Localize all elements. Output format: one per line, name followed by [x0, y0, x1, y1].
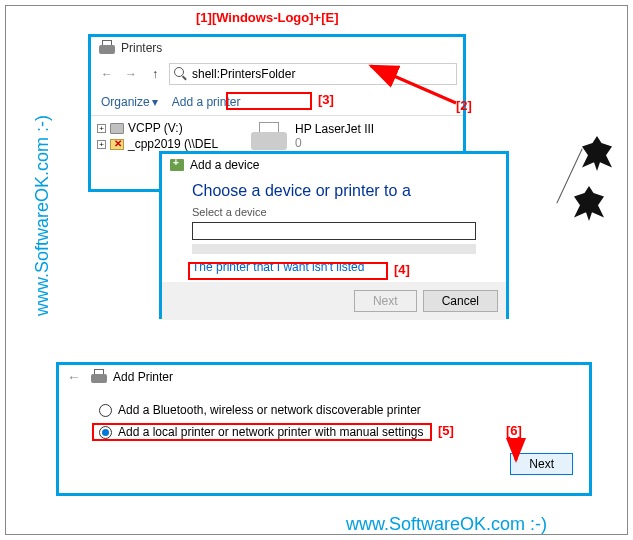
printer-icon	[91, 370, 107, 384]
radio-icon[interactable]	[99, 404, 112, 417]
nav-up-icon[interactable]: ↑	[145, 64, 165, 84]
printer-icon	[99, 41, 115, 55]
tree-expand-icon[interactable]: +	[97, 140, 106, 149]
nav-fwd-icon: →	[121, 64, 141, 84]
red-arrow-2	[361, 58, 471, 118]
radio-option-discoverable[interactable]: Add a Bluetooth, wireless or network dis…	[99, 399, 563, 421]
annotation-step-1: [1][Windows-Logo]+[E]	[196, 10, 339, 25]
dialog-sub: Select a device	[192, 206, 476, 218]
annotation-step-5: [5]	[438, 423, 454, 438]
tree-label: _cpp2019 (\\DEL	[128, 137, 218, 151]
watermark: www.SoftwareOK.com :-)	[346, 514, 547, 535]
window-titlebar: Add a device	[162, 154, 506, 176]
disk-icon	[110, 123, 124, 134]
watermark: www.SoftwareOK.com :-)	[32, 115, 53, 316]
tree-item[interactable]: + _cpp2019 (\\DEL	[97, 136, 235, 152]
annotation-step-4: [4]	[394, 262, 410, 277]
tree-label: VCPP (V:)	[128, 121, 183, 135]
annotation-step-2: [2]	[456, 98, 472, 113]
window-title: Printers	[121, 41, 162, 55]
window-title: Add Printer	[113, 370, 173, 384]
highlight-box-5	[92, 423, 432, 441]
nav-back-icon[interactable]: ←	[97, 64, 117, 84]
device-icon	[170, 159, 184, 171]
svg-line-1	[371, 66, 456, 103]
tree-expand-icon[interactable]: +	[97, 124, 106, 133]
organize-menu[interactable]: Organize ▾	[101, 95, 158, 109]
folder-error-icon	[110, 139, 124, 150]
tree-item[interactable]: + VCPP (V:)	[97, 120, 235, 136]
cancel-button[interactable]: Cancel	[423, 290, 498, 312]
nav-back-icon[interactable]: ←	[67, 369, 85, 385]
device-list-bar	[192, 244, 476, 254]
red-arrow-6	[506, 438, 530, 468]
dialog-heading: Choose a device or printer to a	[192, 182, 476, 200]
radio-label: Add a Bluetooth, wireless or network dis…	[118, 403, 421, 417]
printer-count: 0	[295, 136, 374, 150]
annotation-step-3: [3]	[318, 92, 334, 107]
annotation-step-6: [6]	[506, 423, 522, 438]
dialog-buttons: Next Cancel	[162, 282, 506, 320]
window-titlebar: ← Add Printer	[59, 365, 589, 389]
highlight-box-3	[226, 92, 312, 110]
search-icon	[174, 67, 188, 81]
printer-large-icon	[251, 122, 287, 152]
climbers-decoration	[532, 136, 612, 246]
add-device-window: Add a device Choose a device or printer …	[159, 151, 509, 319]
organize-label: Organize	[101, 95, 150, 109]
window-title: Add a device	[190, 158, 259, 172]
list-item[interactable]: HP LaserJet III 0	[251, 122, 374, 152]
chevron-down-icon: ▾	[152, 95, 158, 109]
window-titlebar: Printers	[91, 37, 463, 59]
printer-name: HP LaserJet III	[295, 122, 374, 136]
highlight-box-4	[188, 262, 388, 280]
device-list-box[interactable]	[192, 222, 476, 240]
next-button: Next	[354, 290, 417, 312]
